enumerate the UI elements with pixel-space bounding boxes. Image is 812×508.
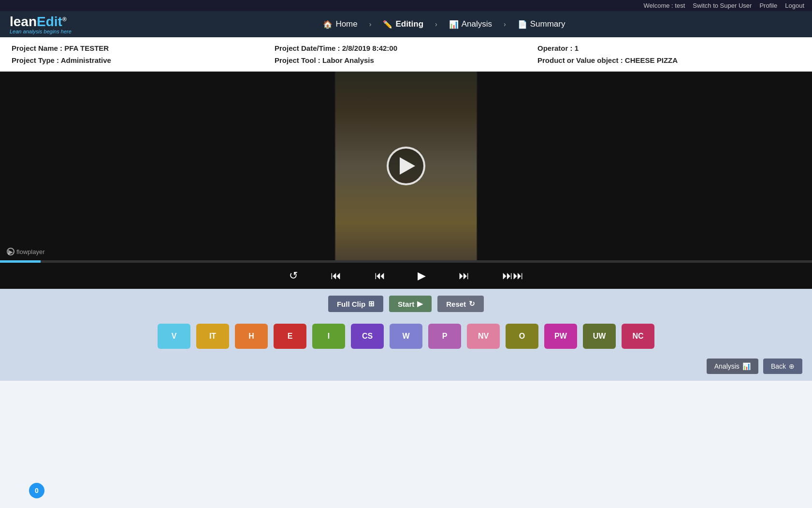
skip-to-end-button[interactable]: ⏭⏭ — [500, 268, 525, 284]
category-btn-w[interactable]: W — [390, 324, 422, 349]
header-nav: leanEdit® Lean analysis begins here 🏠 Ho… — [0, 11, 812, 37]
project-operator: Operator : 1 — [537, 44, 800, 52]
category-btn-h[interactable]: H — [235, 324, 268, 349]
chevron-2: › — [435, 20, 437, 28]
full-clip-icon: ⊞ — [368, 299, 375, 308]
reset-icon: ↻ — [469, 299, 475, 308]
logo-sub: Lean analysis begins here — [10, 29, 72, 34]
next-frame-button[interactable]: ⏭ — [457, 268, 471, 284]
category-row: VITHEICSWPNVOPWUWNC — [0, 319, 812, 359]
nav-summary-label: Summary — [530, 19, 566, 29]
nav-editing-label: Editing — [395, 19, 423, 29]
badge-count: 0 — [29, 483, 44, 498]
nav-summary[interactable]: 📄 Summary — [508, 15, 575, 33]
video-play-overlay[interactable] — [387, 147, 425, 185]
start-button[interactable]: Start ▶ — [389, 296, 432, 312]
bottom-row: Analysis 📊 Back ⊕ — [0, 359, 812, 381]
category-btn-v[interactable]: V — [158, 324, 190, 349]
action-row: Full Clip ⊞ Start ▶ Reset ↻ — [0, 289, 812, 319]
home-icon: 🏠 — [323, 20, 333, 29]
full-clip-label: Full Clip — [337, 300, 365, 308]
summary-icon: 📄 — [518, 20, 527, 29]
category-btn-cs[interactable]: CS — [351, 324, 384, 349]
category-btn-e[interactable]: E — [274, 324, 306, 349]
controls-bar: ↺ ⏮ ⏭ ▶ ⏭ ⏭⏭ — [0, 263, 812, 289]
progress-bar[interactable] — [0, 260, 812, 263]
chevron-1: › — [369, 20, 372, 28]
progress-bar-fill — [0, 260, 41, 263]
logo-edit: Edit — [37, 14, 62, 29]
logout-link[interactable]: Logout — [785, 2, 804, 9]
full-clip-button[interactable]: Full Clip ⊞ — [328, 296, 383, 312]
category-btn-nv[interactable]: NV — [467, 324, 500, 349]
project-type: Project Type : Administrative — [12, 56, 275, 64]
flowplayer-label: ▶ flowplayer — [7, 248, 45, 255]
back-button[interactable]: Back ⊕ — [763, 359, 802, 374]
replay-button[interactable]: ↺ — [287, 268, 300, 284]
flowplayer-icon: ▶ — [7, 248, 14, 255]
back-btn-icon: ⊕ — [789, 362, 795, 370]
analysis-btn-label: Analysis — [714, 362, 740, 370]
flowplayer-text: flowplayer — [16, 248, 45, 255]
project-product: Product or Value object : CHEESE PIZZA — [537, 56, 800, 64]
category-btn-it[interactable]: IT — [196, 324, 229, 349]
switch-super-link[interactable]: Switch to Super User — [693, 2, 752, 9]
reset-button[interactable]: Reset ↻ — [437, 296, 484, 312]
top-bar: Welcome : test Switch to Super User Prof… — [0, 0, 812, 11]
start-icon: ▶ — [417, 299, 423, 308]
editing-icon: ✏️ — [383, 20, 392, 29]
profile-link[interactable]: Profile — [759, 2, 777, 9]
chevron-3: › — [504, 20, 506, 28]
logo-text: leanEdit® — [10, 14, 72, 30]
nav-home-label: Home — [335, 19, 357, 29]
skip-to-start-button[interactable]: ⏮ — [329, 268, 343, 284]
category-btn-pw[interactable]: PW — [544, 324, 577, 349]
category-btn-p[interactable]: P — [428, 324, 461, 349]
category-btn-o[interactable]: O — [506, 324, 538, 349]
nav-analysis-label: Analysis — [462, 19, 492, 29]
nav-analysis[interactable]: 📊 Analysis — [439, 15, 502, 33]
project-info: Project Name : PFA TESTER Project Date/T… — [0, 37, 812, 72]
analysis-icon: 📊 — [449, 20, 459, 29]
category-btn-uw[interactable]: UW — [583, 324, 616, 349]
play-triangle-icon — [400, 157, 415, 175]
video-container[interactable]: ▶ flowplayer — [0, 72, 812, 260]
logo: leanEdit® Lean analysis begins here — [10, 14, 72, 34]
project-date: Project Date/Time : 2/8/2019 8:42:00 — [275, 44, 537, 52]
project-tool: Project Tool : Labor Analysis — [275, 56, 537, 64]
back-btn-label: Back — [771, 362, 786, 370]
reset-label: Reset — [446, 300, 466, 308]
logo-lean: lean — [10, 14, 37, 29]
category-btn-i[interactable]: I — [312, 324, 345, 349]
nav-home[interactable]: 🏠 Home — [313, 15, 367, 33]
analysis-btn-icon: 📊 — [742, 362, 751, 370]
play-button[interactable]: ▶ — [416, 268, 428, 284]
nav-editing[interactable]: ✏️ Editing — [373, 15, 433, 33]
prev-frame-button[interactable]: ⏭ — [372, 268, 387, 284]
project-name: Project Name : PFA TESTER — [12, 44, 275, 52]
analysis-button[interactable]: Analysis 📊 — [707, 359, 758, 374]
welcome-text: Welcome : test — [644, 2, 685, 9]
category-btn-nc[interactable]: NC — [622, 324, 654, 349]
start-label: Start — [398, 300, 414, 308]
nav-items: 🏠 Home › ✏️ Editing › 📊 Analysis › 📄 Sum… — [86, 15, 802, 33]
logo-reg: ® — [62, 16, 67, 23]
